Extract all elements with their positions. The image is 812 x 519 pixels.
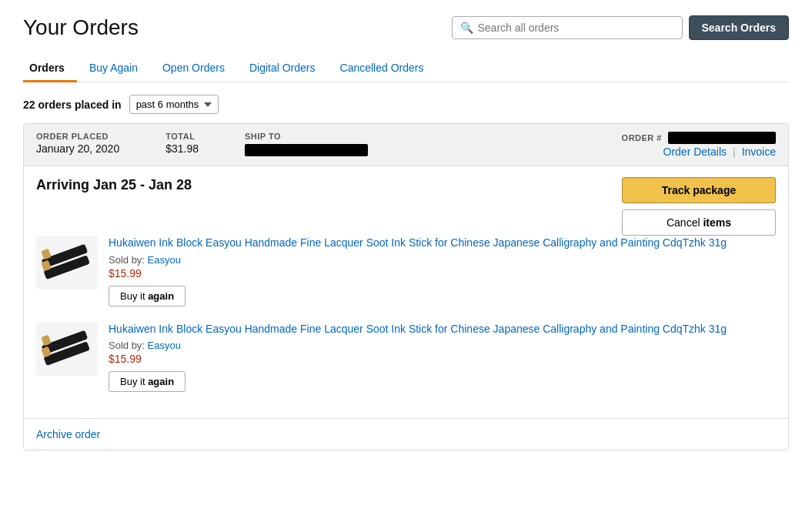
ink-stick-svg-1	[36, 236, 98, 290]
sold-by-prefix-2: Sold by:	[109, 340, 148, 351]
order-count-text: 22 orders placed in	[23, 99, 122, 111]
order-ship-to-value	[245, 144, 368, 156]
order-number-label: ORDER #	[622, 133, 662, 142]
cancel-btn-bold: items	[703, 216, 731, 229]
order-placed-col: ORDER PLACED January 20, 2020	[36, 132, 119, 155]
cancel-btn-prefix: Cancel	[667, 216, 703, 229]
track-package-button[interactable]: Track package	[622, 177, 776, 203]
product-info-1: Hukaiwen Ink Block Easyou Handmade Fine …	[109, 236, 776, 306]
archive-row: Archive order	[24, 418, 788, 450]
order-total-col: TOTAL $31.98	[165, 132, 199, 155]
order-body: Arriving Jan 25 - Jan 28 Track package C…	[24, 166, 788, 418]
order-total-label: TOTAL	[165, 132, 199, 141]
tab-orders[interactable]: Orders	[23, 55, 77, 82]
tab-open-orders[interactable]: Open Orders	[150, 55, 237, 82]
page-header: Your Orders 🔍 Search Orders	[23, 15, 789, 40]
product-item-1: Hukaiwen Ink Block Easyou Handmade Fine …	[36, 236, 776, 306]
page-title: Your Orders	[23, 15, 139, 40]
search-input[interactable]	[478, 22, 674, 34]
product-price-2: $15.99	[109, 353, 776, 365]
order-placed-date: January 20, 2020	[36, 142, 119, 155]
order-number-row: ORDER #	[622, 132, 776, 144]
arriving-title: Arriving Jan 25 - Jan 28	[36, 177, 192, 193]
invoice-link[interactable]: Invoice	[742, 146, 776, 158]
order-ship-to-label: SHIP TO	[245, 132, 368, 141]
order-total-value: $31.98	[165, 142, 199, 155]
sold-by-prefix-1: Sold by:	[109, 254, 148, 266]
tabs-nav: Orders Buy Again Open Orders Digital Ord…	[23, 55, 789, 82]
order-ship-to-col: SHIP TO	[245, 132, 368, 156]
period-select[interactable]: past 6 months past 3 months 2023 2022 20…	[129, 95, 219, 114]
order-count-suffix: orders placed in	[38, 99, 121, 111]
product-image-1	[36, 236, 98, 290]
cancel-items-button[interactable]: Cancel items	[622, 209, 776, 236]
order-number-col: ORDER # Order Details | Invoice	[622, 132, 776, 158]
search-orders-button[interactable]: Search Orders	[689, 15, 790, 40]
search-area: 🔍 Search Orders	[452, 15, 790, 40]
order-number-value	[668, 132, 776, 144]
tab-digital-orders[interactable]: Digital Orders	[237, 55, 328, 82]
search-icon: 🔍	[460, 22, 473, 34]
order-count-bar: 22 orders placed in past 6 months past 3…	[23, 95, 789, 114]
sold-by-link-2[interactable]: Easyou	[148, 340, 181, 351]
action-buttons: Track package Cancel items	[622, 177, 776, 236]
product-price-1: $15.99	[109, 267, 776, 280]
product-title-2[interactable]: Hukaiwen Ink Block Easyou Handmade Fine …	[109, 322, 776, 337]
order-header: ORDER PLACED January 20, 2020 TOTAL $31.…	[24, 124, 788, 166]
order-links-divider: |	[733, 146, 736, 158]
tab-buy-again[interactable]: Buy Again	[77, 55, 150, 82]
ink-stick-svg-2	[36, 322, 98, 376]
order-count-number: 22	[23, 99, 35, 111]
arriving-header: Arriving Jan 25 - Jan 28 Track package C…	[36, 177, 776, 236]
order-placed-label: ORDER PLACED	[36, 132, 119, 141]
archive-order-link[interactable]: Archive order	[36, 428, 100, 440]
tab-cancelled-orders[interactable]: Cancelled Orders	[328, 55, 436, 82]
order-card: ORDER PLACED January 20, 2020 TOTAL $31.…	[23, 123, 789, 450]
sold-by-1: Sold by: Easyou	[109, 254, 776, 266]
page-container: Your Orders 🔍 Search Orders Orders Buy A…	[0, 0, 812, 478]
buy-again-button-1[interactable]: Buy it again	[109, 286, 185, 306]
product-info-2: Hukaiwen Ink Block Easyou Handmade Fine …	[109, 322, 776, 393]
order-action-links: Order Details | Invoice	[663, 146, 776, 158]
search-input-wrapper: 🔍	[452, 16, 683, 39]
product-title-1[interactable]: Hukaiwen Ink Block Easyou Handmade Fine …	[109, 236, 776, 251]
product-image-2	[36, 322, 98, 376]
sold-by-2: Sold by: Easyou	[109, 340, 776, 351]
sold-by-link-1[interactable]: Easyou	[148, 254, 181, 266]
order-details-link[interactable]: Order Details	[663, 146, 727, 158]
product-item-2: Hukaiwen Ink Block Easyou Handmade Fine …	[36, 322, 776, 393]
buy-again-button-2[interactable]: Buy it again	[109, 371, 185, 392]
